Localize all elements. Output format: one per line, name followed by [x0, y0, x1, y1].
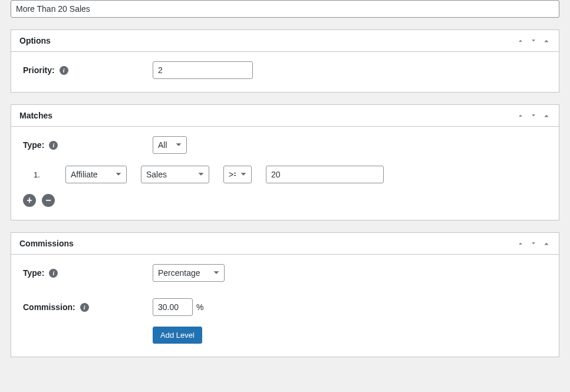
panel-options: Options Priority: i: [11, 29, 559, 93]
panel-options-header: Options: [11, 30, 559, 52]
rule-number: 1.: [34, 170, 51, 179]
commission-suffix: %: [196, 302, 203, 312]
panel-commissions-header: Commissions: [11, 233, 559, 255]
collapse-icon[interactable]: [542, 111, 551, 120]
commissions-type-label: Type:: [23, 268, 44, 278]
priority-label: Priority:: [23, 65, 55, 75]
panel-matches: Matches Type: i All 1. Affiliate Sales: [11, 104, 559, 220]
info-icon[interactable]: i: [80, 303, 89, 312]
chevron-down-icon[interactable]: [529, 239, 538, 248]
commission-input[interactable]: [153, 298, 193, 316]
chevron-up-icon[interactable]: [516, 239, 525, 248]
matches-type-select[interactable]: All: [153, 136, 187, 154]
add-level-button[interactable]: Add Level: [153, 327, 202, 344]
rule-metric-select[interactable]: Sales: [141, 166, 209, 183]
add-rule-button[interactable]: +: [23, 194, 36, 207]
matches-type-label: Type:: [23, 140, 44, 150]
rule-operator-select[interactable]: >=: [223, 166, 252, 183]
chevron-down-icon[interactable]: [529, 37, 538, 45]
commissions-type-select[interactable]: Percentage: [153, 264, 225, 282]
rule-value-input[interactable]: [266, 166, 384, 183]
panel-commissions-heading: Commissions: [19, 239, 74, 248]
panel-options-heading: Options: [19, 36, 51, 45]
info-icon[interactable]: i: [60, 66, 68, 75]
priority-input[interactable]: [153, 61, 253, 79]
chevron-up-icon[interactable]: [516, 37, 525, 45]
commission-label: Commission:: [23, 302, 75, 312]
rule-row: 1. Affiliate Sales >=: [34, 166, 547, 183]
collapse-icon[interactable]: [542, 239, 551, 248]
remove-rule-button[interactable]: −: [42, 194, 55, 207]
chevron-down-icon[interactable]: [529, 111, 538, 120]
rule-subject-select[interactable]: Affiliate: [65, 166, 127, 183]
info-icon[interactable]: i: [49, 141, 58, 150]
panel-matches-header: Matches: [11, 105, 559, 127]
panel-matches-heading: Matches: [19, 111, 52, 120]
panel-commissions: Commissions Type: i Percentage Commissio…: [11, 232, 559, 357]
collapse-icon[interactable]: [542, 37, 551, 45]
title-input[interactable]: [11, 0, 559, 18]
chevron-up-icon[interactable]: [516, 111, 525, 120]
info-icon[interactable]: i: [49, 269, 58, 278]
